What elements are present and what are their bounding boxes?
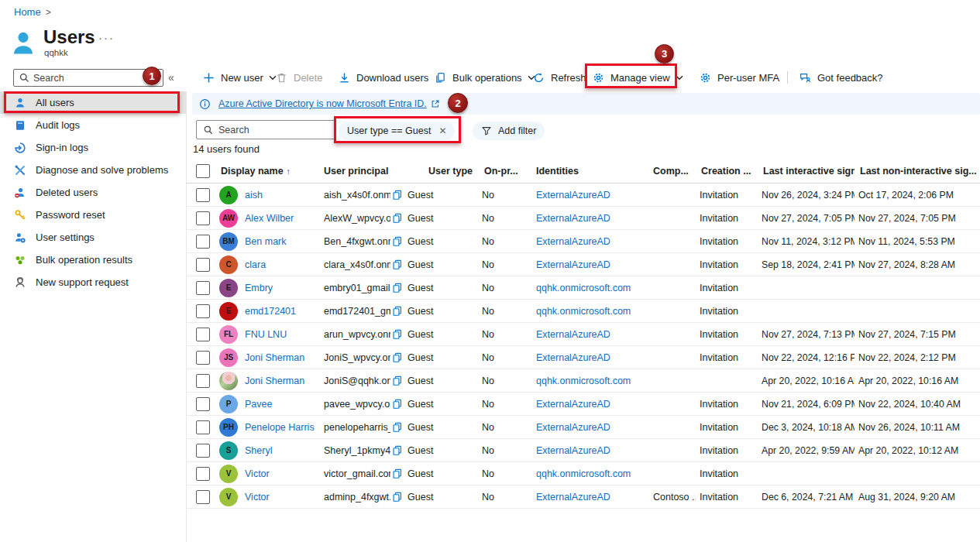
row-checkbox[interactable] xyxy=(196,258,210,272)
identities-link[interactable]: ExternalAzureAD xyxy=(533,190,649,201)
row-checkbox[interactable] xyxy=(196,444,210,458)
copy-icon[interactable] xyxy=(392,259,402,270)
row-checkbox[interactable] xyxy=(196,281,210,295)
table-row[interactable]: AW Alex Wilber AlexW_wpvcy.onm... Guest … xyxy=(186,207,980,230)
row-checkbox[interactable] xyxy=(196,328,210,341)
sidebar-item-support-request[interactable]: New support request xyxy=(0,271,186,293)
col-display-name[interactable]: Display name↑ xyxy=(217,166,322,177)
sidebar-item-all-users[interactable]: All users xyxy=(0,91,186,114)
select-all-checkbox[interactable] xyxy=(196,164,210,178)
table-row[interactable]: V Victor victor_gmail.com#... Guest No q… xyxy=(186,462,980,485)
display-name-link[interactable]: Victor xyxy=(245,468,322,479)
identities-link[interactable]: ExternalAzureAD xyxy=(533,352,649,363)
display-name-link[interactable]: Sheryl xyxy=(245,445,322,456)
collapse-sidebar-icon[interactable]: « xyxy=(168,71,174,84)
display-name-link[interactable]: Ben mark xyxy=(245,236,322,247)
identities-link[interactable]: ExternalAzureAD xyxy=(533,492,649,503)
more-menu-icon[interactable]: ··· xyxy=(98,31,115,44)
row-checkbox[interactable] xyxy=(196,211,210,225)
copy-icon[interactable] xyxy=(392,306,402,317)
display-name-link[interactable]: Joni Sherman xyxy=(245,376,322,386)
table-row[interactable]: BM Ben mark Ben_4fxgwt.onmicr... Guest N… xyxy=(186,230,980,253)
table-row[interactable]: V Victor adminp_4fxgwt.on... Guest No Ex… xyxy=(186,485,980,509)
display-name-link[interactable]: Embry xyxy=(245,283,322,293)
sidebar-item-password-reset[interactable]: Password reset xyxy=(0,204,186,226)
add-filter-button[interactable]: Add filter xyxy=(473,122,545,140)
row-checkbox[interactable] xyxy=(196,490,210,504)
table-row[interactable]: P Pavee pavee_wpvcy.onmi... Guest No Ext… xyxy=(186,393,980,416)
copy-icon[interactable] xyxy=(392,352,402,363)
col-user-type[interactable]: User type xyxy=(390,166,477,177)
copy-icon[interactable] xyxy=(392,213,402,224)
col-on-premises[interactable]: On-pr... xyxy=(477,166,533,177)
display-name-link[interactable]: Alex Wilber xyxy=(245,213,322,224)
sidebar-item-audit-logs[interactable]: Audit logs xyxy=(0,114,186,136)
table-row[interactable]: C clara clara_x4s0f.onmicr... Guest No E… xyxy=(186,253,980,276)
table-row[interactable]: Joni Sherman JoniS@qqhk.onmic... Guest N… xyxy=(186,369,980,393)
display-name-link[interactable]: Victor xyxy=(245,492,322,503)
display-name-link[interactable]: emd172401 xyxy=(245,306,322,317)
identities-link[interactable]: qqhk.onmicrosoft.com xyxy=(533,306,649,317)
table-row[interactable]: A aish aish_x4s0f.onmicro... Guest No Ex… xyxy=(186,184,980,207)
copy-icon[interactable] xyxy=(392,236,402,247)
copy-icon[interactable] xyxy=(392,422,402,433)
breadcrumb-home-link[interactable]: Home xyxy=(14,6,41,18)
sidebar-search[interactable] xyxy=(13,69,163,87)
grid-search[interactable] xyxy=(196,120,335,139)
col-last-interactive[interactable]: Last interactive sign... xyxy=(758,166,854,177)
display-name-link[interactable]: FNU LNU xyxy=(245,329,322,340)
table-row[interactable]: JS Joni Sherman JoniS_wpvcy.onmic... Gue… xyxy=(186,346,980,369)
identities-link[interactable]: ExternalAzureAD xyxy=(533,329,649,340)
col-company[interactable]: Comp... xyxy=(649,166,696,177)
sidebar-search-input[interactable] xyxy=(33,73,142,84)
refresh-button[interactable]: Refresh xyxy=(533,67,586,88)
per-user-mfa-button[interactable]: Per-user MFA xyxy=(700,67,779,88)
identities-link[interactable]: ExternalAzureAD xyxy=(533,399,649,410)
table-row[interactable]: FL FNU LNU arun_wpvcy.onmicr... Guest No… xyxy=(186,323,980,346)
copy-icon[interactable] xyxy=(392,190,402,201)
new-user-button[interactable]: New user xyxy=(203,67,277,88)
row-checkbox[interactable] xyxy=(196,351,210,365)
copy-icon[interactable] xyxy=(392,492,402,503)
copy-icon[interactable] xyxy=(392,399,402,410)
identities-link[interactable]: ExternalAzureAD xyxy=(533,422,649,433)
sidebar-item-deleted-users[interactable]: Deleted users xyxy=(0,181,186,204)
sidebar-item-bulk-results[interactable]: Bulk operation results xyxy=(0,249,186,271)
col-identities[interactable]: Identities xyxy=(533,166,649,177)
identities-link[interactable]: ExternalAzureAD xyxy=(533,236,649,247)
copy-icon[interactable] xyxy=(392,376,402,386)
sidebar-item-sign-in-logs[interactable]: Sign-in logs xyxy=(0,136,186,159)
col-last-noninteractive[interactable]: Last non-interactive sig... xyxy=(854,166,980,177)
table-row[interactable]: PH Penelope Harris penelopeharris_wp... … xyxy=(186,416,980,439)
row-checkbox[interactable] xyxy=(196,235,210,249)
display-name-link[interactable]: Joni Sherman xyxy=(245,352,322,363)
copy-icon[interactable] xyxy=(392,283,402,293)
display-name-link[interactable]: Pavee xyxy=(245,399,322,410)
col-creation-type[interactable]: Creation ... xyxy=(696,166,758,177)
feedback-button[interactable]: Got feedback? xyxy=(799,67,883,88)
delete-button[interactable]: Delete xyxy=(276,67,323,88)
row-checkbox[interactable] xyxy=(196,304,210,318)
sidebar-item-user-settings[interactable]: User settings xyxy=(0,226,186,249)
row-checkbox[interactable] xyxy=(196,188,210,202)
identities-link[interactable]: qqhk.onmicrosoft.com xyxy=(533,283,649,293)
download-users-button[interactable]: Download users xyxy=(339,67,428,88)
bulk-operations-button[interactable]: Bulk operations xyxy=(435,67,535,88)
table-row[interactable]: S Sheryl Sheryl_1pkmy4.on... Guest No Ex… xyxy=(186,439,980,462)
table-row[interactable]: E emd172401 emd172401_gmail.... Guest No… xyxy=(186,300,980,323)
row-checkbox[interactable] xyxy=(196,420,210,434)
identities-link[interactable]: ExternalAzureAD xyxy=(533,445,649,456)
copy-icon[interactable] xyxy=(392,329,402,340)
display-name-link[interactable]: clara xyxy=(245,259,322,270)
identities-link[interactable]: ExternalAzureAD xyxy=(533,213,649,224)
display-name-link[interactable]: Penelope Harris xyxy=(245,422,322,433)
identities-link[interactable]: ExternalAzureAD xyxy=(533,259,649,270)
remove-filter-icon[interactable]: ✕ xyxy=(438,125,446,136)
col-upn[interactable]: User principal name↑↓ xyxy=(322,166,390,177)
grid-search-input[interactable] xyxy=(218,125,319,136)
manage-view-button[interactable]: Manage view xyxy=(593,67,683,88)
user-type-filter-pill[interactable]: User type == Guest ✕ xyxy=(339,122,455,140)
sidebar-item-diagnose[interactable]: Diagnose and solve problems xyxy=(0,159,186,181)
display-name-link[interactable]: aish xyxy=(245,190,322,201)
copy-icon[interactable] xyxy=(392,468,402,479)
